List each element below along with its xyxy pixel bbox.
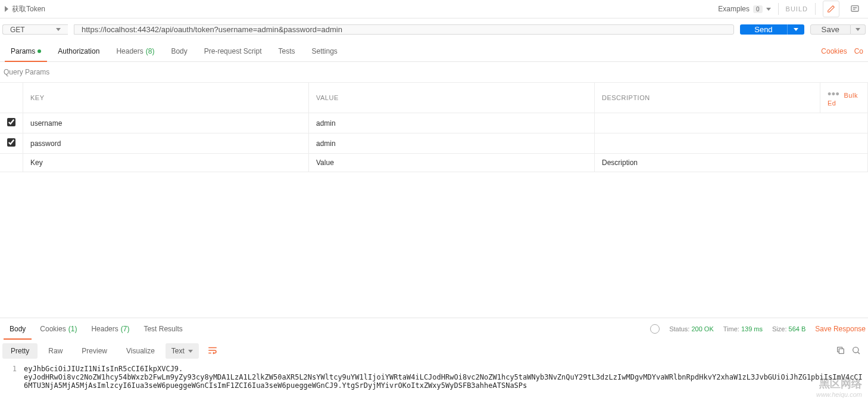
- request-tab-title[interactable]: 获取Token: [5, 4, 45, 14]
- tab-prerequest[interactable]: Pre-request Script: [196, 41, 270, 61]
- chevron-down-icon: [766, 8, 771, 11]
- code-link[interactable]: Co: [854, 47, 863, 55]
- edit-icon[interactable]: [823, 1, 839, 17]
- response-body[interactable]: 1 eyJhbGciOiJIUzI1NiIsInR5cCI6IkpXVCJ9.e…: [0, 362, 868, 404]
- resp-tab-headers[interactable]: Headers(7): [84, 318, 136, 340]
- chevron-down-icon: [794, 28, 798, 31]
- table-row-new: Key Value Description: [0, 154, 868, 172]
- param-desc-input[interactable]: Description: [595, 154, 868, 172]
- send-button[interactable]: Send: [740, 24, 786, 35]
- query-params-table: KEY VALUE DESCRIPTION ••• Bulk Ed userna…: [0, 82, 868, 172]
- query-params-label: Query Params: [0, 62, 868, 82]
- tab-tests[interactable]: Tests: [270, 41, 303, 61]
- chevron-down-icon: [188, 350, 193, 353]
- response-text: eyJhbGciOiJIUzI1NiIsInR5cCI6IkpXVCJ9.eyJ…: [24, 365, 868, 390]
- cookies-link[interactable]: Cookies: [821, 47, 847, 55]
- chevron-down-icon: [56, 28, 61, 31]
- resp-tab-tests[interactable]: Test Results: [136, 318, 189, 340]
- svg-point-2: [853, 347, 858, 352]
- tab-settings[interactable]: Settings: [304, 41, 346, 61]
- row-checkbox[interactable]: [7, 138, 15, 147]
- wrap-icon[interactable]: [201, 341, 224, 361]
- view-preview[interactable]: Preview: [73, 343, 115, 359]
- svg-rect-1: [839, 349, 844, 353]
- svg-rect-0: [851, 6, 858, 11]
- param-key-input[interactable]: Key: [23, 154, 309, 172]
- save-button[interactable]: Save: [810, 24, 851, 35]
- param-key[interactable]: username: [23, 113, 309, 133]
- param-key[interactable]: password: [23, 133, 309, 154]
- col-value: VALUE: [309, 83, 595, 113]
- copy-icon[interactable]: [836, 346, 845, 357]
- examples-count: 0: [753, 5, 763, 13]
- build-label[interactable]: BUILD: [786, 5, 808, 13]
- save-dropdown[interactable]: [851, 24, 866, 35]
- param-value[interactable]: admin: [309, 113, 595, 133]
- tab-name: 获取Token: [12, 4, 45, 14]
- tab-headers[interactable]: Headers(8): [108, 41, 163, 61]
- param-value-input[interactable]: Value: [309, 154, 595, 172]
- response-panel: Body Cookies(1) Headers(7) Test Results …: [0, 318, 868, 404]
- col-key: KEY: [23, 83, 309, 113]
- view-raw[interactable]: Raw: [40, 343, 71, 359]
- modified-dot-icon: [38, 49, 41, 53]
- col-desc: DESCRIPTION: [595, 83, 820, 113]
- table-row: password admin: [0, 133, 868, 154]
- title-bar: 获取Token Examples 0 BUILD: [0, 0, 868, 18]
- examples-dropdown[interactable]: Examples 0: [718, 5, 770, 13]
- resp-tab-body[interactable]: Body: [2, 318, 33, 340]
- chevron-down-icon: [855, 28, 860, 31]
- tab-authorization[interactable]: Authorization: [49, 41, 108, 61]
- param-desc[interactable]: [595, 133, 868, 154]
- view-pretty[interactable]: Pretty: [2, 343, 38, 359]
- more-icon[interactable]: •••: [828, 88, 839, 100]
- tab-params[interactable]: Params: [2, 41, 49, 61]
- format-select[interactable]: Text: [166, 343, 199, 359]
- save-response-link[interactable]: Save Response: [815, 325, 866, 333]
- param-desc[interactable]: [595, 113, 868, 133]
- param-value[interactable]: admin: [309, 133, 595, 154]
- view-visualize[interactable]: Visualize: [118, 343, 163, 359]
- resp-tab-cookies[interactable]: Cookies(1): [33, 318, 84, 340]
- size-meta: Size: 564 B: [772, 325, 805, 332]
- response-tabs: Body Cookies(1) Headers(7) Test Results …: [0, 318, 868, 340]
- send-dropdown[interactable]: [787, 24, 804, 35]
- line-number: 1: [0, 365, 24, 390]
- tab-body[interactable]: Body: [163, 41, 195, 61]
- search-icon[interactable]: [851, 346, 861, 357]
- request-row: GET https://localhost:44342/api/oauth/to…: [2, 18, 866, 41]
- time-meta: Time: 139 ms: [723, 325, 763, 332]
- globe-icon[interactable]: [650, 324, 660, 334]
- request-tabs: Params Authorization Headers(8) Body Pre…: [0, 41, 868, 62]
- response-toolbar: Pretty Raw Preview Visualize Text: [0, 340, 868, 362]
- status-meta: Status: 200 OK: [669, 325, 714, 332]
- table-row: username admin: [0, 113, 868, 133]
- method-select[interactable]: GET: [2, 24, 68, 35]
- row-checkbox[interactable]: [7, 118, 15, 126]
- collapse-icon: [5, 6, 8, 12]
- url-input[interactable]: https://localhost:44342/api/oauth/token?…: [74, 24, 734, 35]
- comment-icon[interactable]: [847, 1, 863, 17]
